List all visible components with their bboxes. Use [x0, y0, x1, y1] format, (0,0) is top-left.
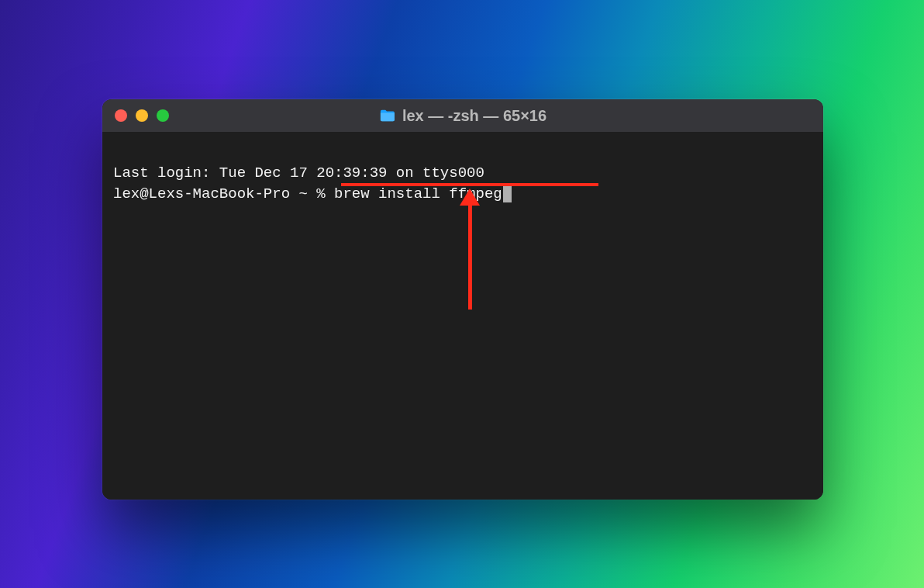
minimize-button[interactable]	[136, 109, 148, 122]
terminal-window[interactable]: lex — -zsh — 65×16 Last login: Tue Dec 1…	[102, 99, 823, 500]
annotation-arrow	[468, 189, 491, 310]
window-title-text: lex — -zsh — 65×16	[402, 107, 546, 125]
terminal-body[interactable]: Last login: Tue Dec 17 20:39:39 on ttys0…	[102, 132, 823, 500]
folder-icon	[379, 109, 396, 123]
maximize-button[interactable]	[157, 109, 169, 122]
annotation-underline	[341, 183, 598, 186]
titlebar[interactable]: lex — -zsh — 65×16	[102, 99, 823, 132]
traffic-lights	[115, 109, 169, 122]
window-title: lex — -zsh — 65×16	[379, 107, 546, 125]
close-button[interactable]	[115, 109, 127, 122]
shell-prompt: lex@Lexs-MacBook-Pro ~ %	[113, 185, 334, 202]
terminal-cursor	[503, 185, 512, 202]
last-login-line: Last login: Tue Dec 17 20:39:39 on ttys0…	[113, 164, 484, 182]
